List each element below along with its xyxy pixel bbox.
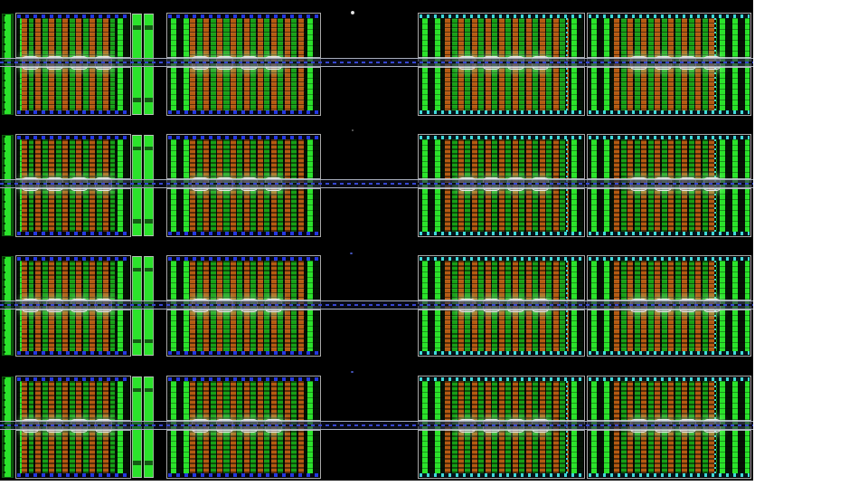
contact-row-bottom (17, 110, 129, 114)
artifact-dot (352, 129, 354, 131)
contact-row-bottom (17, 473, 129, 477)
artifact-dot (351, 371, 354, 373)
contact-row-bottom (420, 232, 583, 235)
contact-row-bottom (420, 351, 583, 355)
contact-row-bottom (168, 473, 319, 477)
routing-rail[interactable] (0, 421, 753, 430)
routing-rail[interactable] (0, 58, 753, 67)
contact-row-bottom (168, 351, 319, 355)
routing-rail[interactable] (0, 179, 753, 188)
macro-row-4 (0, 376, 753, 479)
layout-canvas[interactable] (0, 0, 753, 481)
contact-row-bottom (589, 473, 750, 477)
artifact-dot (350, 253, 353, 254)
contact-row-bottom (17, 232, 129, 235)
contact-row-bottom (589, 351, 750, 355)
contact-row-bottom (168, 232, 319, 235)
macro-row-3 (0, 255, 753, 357)
routing-rail[interactable] (0, 300, 753, 310)
macro-row-1 (0, 13, 753, 116)
cursor-dot (351, 11, 354, 14)
contact-row-bottom (589, 110, 750, 114)
contact-row-bottom (168, 110, 319, 114)
macro-row-2 (0, 134, 753, 237)
contact-row-bottom (420, 473, 583, 477)
contact-row-bottom (420, 110, 583, 114)
contact-row-bottom (589, 232, 750, 235)
contact-row-bottom (17, 351, 129, 355)
